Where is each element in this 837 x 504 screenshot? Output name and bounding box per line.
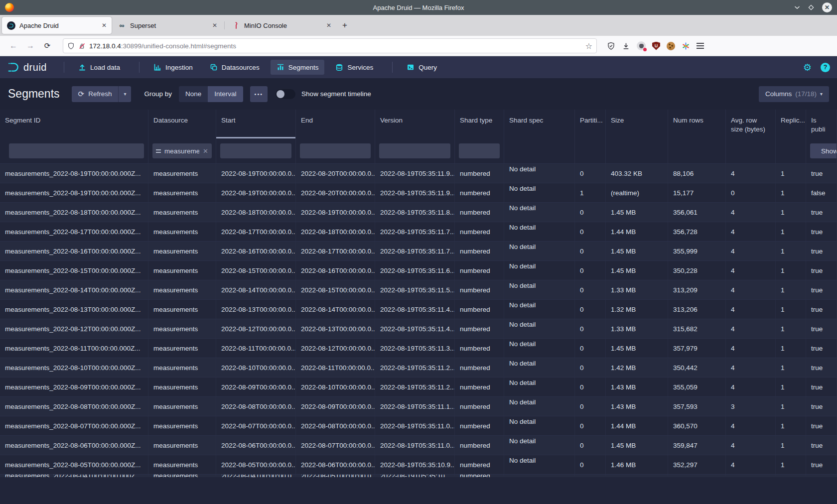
cell-id[interactable]: measurements_2022-08-10T00:00:00.000Z...	[0, 358, 148, 377]
table-row[interactable]: measurements_2022-08-15T00:00:00.000Z...…	[0, 260, 837, 280]
cell-num_rows[interactable]: 359,847	[668, 436, 726, 455]
cell-id[interactable]: measurements_2022-08-08T00:00:00.000Z...	[0, 397, 148, 416]
table-row[interactable]: measurements_2022-08-16T00:00:00.000Z...…	[0, 241, 837, 260]
cell-id[interactable]: measurements_2022-08-19T00:00:00.000Z...	[0, 183, 148, 202]
cell-is_published[interactable]: true	[806, 300, 837, 319]
cell-replication[interactable]: 1	[776, 261, 806, 280]
cell-replication[interactable]: 1	[776, 416, 806, 435]
table-row[interactable]: measurements_2022-08-05T00:00:00.000Z...…	[0, 455, 837, 474]
cell-end[interactable]: 2022-08-17T00:00:00.0...	[296, 242, 375, 260]
tab-apache-druid[interactable]: Apache Druid ✕	[2, 17, 112, 34]
cell-version[interactable]: 2022-08-19T05:35:11.8...	[375, 203, 455, 222]
cell-shard_type[interactable]: numbered	[455, 455, 504, 474]
nav-item-ingestion[interactable]: Ingestion	[147, 60, 199, 75]
cell-shard_spec[interactable]: No detail	[504, 455, 575, 474]
cell-is_published[interactable]: true	[806, 280, 837, 299]
cell-replication[interactable]: 1	[776, 222, 806, 241]
cell-shard_spec[interactable]: No detail	[504, 261, 575, 280]
back-button[interactable]: ←	[6, 38, 21, 53]
cell-version[interactable]: 2022-08-19T05:35:11.9...	[375, 164, 455, 183]
cell-num_rows[interactable]: 355,059	[668, 378, 726, 396]
cell-size[interactable]: 1.45 MB	[606, 261, 668, 280]
cell-replication[interactable]: 1	[776, 280, 806, 299]
cell-shard_type[interactable]: numbered	[455, 280, 504, 299]
column-header-is_published[interactable]: Is publi	[806, 110, 837, 138]
cell-end[interactable]: 2022-08-07T00:00:00.0...	[296, 436, 375, 455]
column-header-replication[interactable]: Replic...	[776, 110, 806, 138]
cell-replication[interactable]: 1	[776, 358, 806, 377]
cell-shard_spec[interactable]: No detail	[504, 319, 575, 338]
column-header-shard_spec[interactable]: Shard spec	[504, 110, 575, 138]
cell-avg_row_size[interactable]: 4	[726, 203, 776, 222]
cell-avg_row_size[interactable]: 4	[726, 300, 776, 319]
window-minimize-button[interactable]	[794, 5, 800, 9]
cell-start[interactable]: 2022-08-10T00:00:00.0...	[216, 358, 296, 377]
cell-is_published[interactable]: true	[806, 222, 837, 241]
refresh-dropdown-button[interactable]: ▾	[118, 86, 131, 102]
cell-replication[interactable]: 1	[776, 164, 806, 183]
cell-version[interactable]: 2022-08-19T05:35:10...	[375, 475, 455, 477]
filter-input-start[interactable]	[220, 143, 291, 158]
cell-end[interactable]: 2022-08-12T00:00:00.0...	[296, 339, 375, 358]
cell-size[interactable]: 1.33 MB	[606, 280, 668, 299]
cell-avg_row_size[interactable]: 4	[726, 242, 776, 260]
cell-shard_type[interactable]: numbered	[455, 164, 504, 183]
table-row-partial[interactable]: measurements_2022-08-04T00:00:00.000Z...…	[0, 474, 837, 477]
cell-is_published[interactable]: true	[806, 164, 837, 183]
cell-replication[interactable]: 1	[776, 339, 806, 358]
cell-replication[interactable]: 1	[776, 183, 806, 202]
cell-datasource[interactable]: measurements	[148, 436, 216, 455]
cell-size[interactable]: 1.32 MB	[606, 300, 668, 319]
cell-id[interactable]: measurements_2022-08-06T00:00:00.000Z...	[0, 436, 148, 455]
cell-shard_spec[interactable]: No detail	[504, 203, 575, 222]
cell-num_rows[interactable]: 357,593	[668, 397, 726, 416]
table-row[interactable]: measurements_2022-08-17T00:00:00.000Z...…	[0, 222, 837, 241]
cell-version[interactable]: 2022-08-19T05:35:11.2...	[375, 378, 455, 396]
cell-num_rows[interactable]: 315,682	[668, 319, 726, 338]
column-header-end[interactable]: End	[296, 110, 375, 138]
cell-num_rows[interactable]: 352,297	[668, 455, 726, 474]
cell-end[interactable]: 2022-08-18T00:00:00.0...	[296, 222, 375, 241]
cell-partition[interactable]: 0	[575, 319, 606, 338]
cell-end[interactable]: 2022-08-08T00:00:00.0...	[296, 416, 375, 435]
cell-start[interactable]: 2022-08-05T00:00:00.0...	[216, 455, 296, 474]
filter-input-shard_type[interactable]	[459, 143, 500, 158]
cell-id[interactable]: measurements_2022-08-17T00:00:00.000Z...	[0, 222, 148, 241]
cell-id[interactable]: measurements_2022-08-09T00:00:00.000Z...	[0, 378, 148, 396]
cell-end[interactable]: 2022-08-16T00:00:00.0...	[296, 261, 375, 280]
cell-end[interactable]: 2022-08-20T00:00:00.0...	[296, 183, 375, 202]
cell-size[interactable]: 1.33 MB	[606, 319, 668, 338]
cell-start[interactable]: 2022-08-15T00:00:00.0...	[216, 261, 296, 280]
downloads-icon[interactable]	[622, 42, 630, 50]
cell-avg_row_size[interactable]: 4	[726, 455, 776, 474]
nav-item-services[interactable]: Services	[329, 60, 379, 75]
cell-partition[interactable]: 0	[575, 203, 606, 222]
cell-version[interactable]: 2022-08-19T05:35:11.3...	[375, 339, 455, 358]
cell-shard_spec[interactable]: No detail	[504, 339, 575, 358]
help-icon[interactable]: ?	[821, 63, 830, 72]
new-tab-button[interactable]: +	[337, 17, 352, 34]
cell-is_published[interactable]: true	[806, 358, 837, 377]
cell-shard_type[interactable]: numbered	[455, 475, 504, 477]
table-row[interactable]: measurements_2022-08-10T00:00:00.000Z...…	[0, 358, 837, 377]
nav-item-query[interactable]: Query	[401, 60, 443, 75]
tab-minio-console[interactable]: MinIO Console ✕	[227, 17, 336, 34]
cell-num_rows[interactable]: 15,177	[668, 183, 726, 202]
menu-icon[interactable]	[697, 43, 704, 49]
cell-id[interactable]: measurements_2022-08-07T00:00:00.000Z...	[0, 416, 148, 435]
cell-datasource[interactable]: measurements	[148, 319, 216, 338]
column-header-num_rows[interactable]: Num rows	[668, 110, 726, 138]
cell-avg_row_size[interactable]: 0	[726, 183, 776, 202]
cell-partition[interactable]: 0	[575, 280, 606, 299]
cell-start[interactable]: 2022-08-19T00:00:00.0...	[216, 183, 296, 202]
filter-input-version[interactable]	[379, 143, 450, 158]
cell-version[interactable]: 2022-08-19T05:35:11.7...	[375, 222, 455, 241]
cell-num_rows[interactable]: 360,570	[668, 416, 726, 435]
cell-shard_spec[interactable]: No detail	[504, 397, 575, 416]
tab-close-icon[interactable]: ✕	[326, 22, 331, 29]
cell-version[interactable]: 2022-08-19T05:35:11.0...	[375, 416, 455, 435]
cell-shard_spec[interactable]: No detail	[504, 436, 575, 455]
cell-size[interactable]: 1.46 MB	[606, 455, 668, 474]
cell-partition[interactable]: 0	[575, 164, 606, 183]
cell-datasource[interactable]: measurements	[148, 203, 216, 222]
